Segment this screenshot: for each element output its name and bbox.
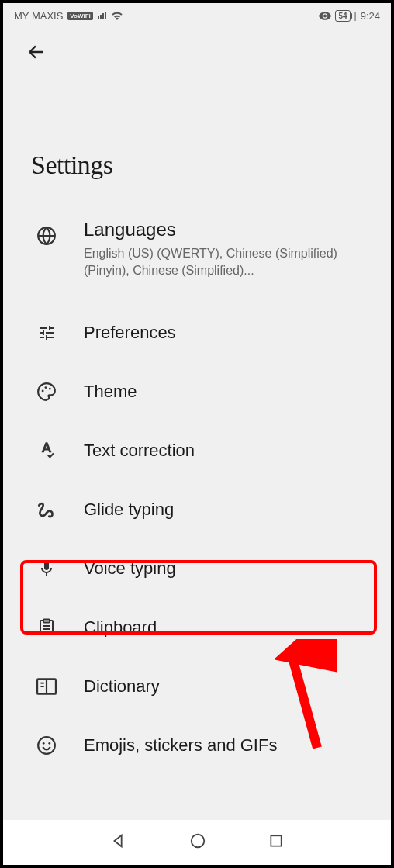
clipboard-icon xyxy=(36,617,57,638)
setting-item-theme[interactable]: Theme xyxy=(3,362,391,421)
svg-point-14 xyxy=(192,835,205,848)
item-label: Languages xyxy=(84,219,375,240)
item-label: Text correction xyxy=(84,441,375,461)
nav-back-button[interactable] xyxy=(110,832,127,852)
svg-point-1 xyxy=(42,389,44,392)
page-title: Settings xyxy=(3,65,391,207)
signal-icon xyxy=(98,12,106,19)
setting-item-voice-typing[interactable]: Voice typing xyxy=(3,539,391,598)
item-label: Clipboard xyxy=(84,617,375,638)
nav-home-button[interactable] xyxy=(189,832,206,852)
vowifi-badge: VoWiFi xyxy=(67,12,92,20)
setting-item-text-correction[interactable]: Text correction xyxy=(3,421,391,480)
book-icon xyxy=(36,676,57,697)
tune-icon xyxy=(36,322,57,344)
back-button[interactable] xyxy=(3,28,391,65)
svg-point-2 xyxy=(45,386,47,389)
clock-label: 9:24 xyxy=(361,10,380,22)
status-bar: MY MAXIS VoWiFi 54 | 9:24 xyxy=(3,3,391,28)
setting-item-languages[interactable]: Languages English (US) (QWERTY), Chinese… xyxy=(3,207,391,303)
svg-rect-4 xyxy=(43,619,50,622)
item-label: Theme xyxy=(84,382,375,402)
palette-icon xyxy=(36,381,57,403)
eye-icon xyxy=(319,12,331,20)
setting-item-preferences[interactable]: Preferences xyxy=(3,303,391,362)
svg-rect-15 xyxy=(271,835,281,846)
setting-item-clipboard[interactable]: Clipboard xyxy=(3,598,391,657)
svg-point-3 xyxy=(49,388,51,390)
setting-item-emojis[interactable]: Emojis, stickers and GIFs xyxy=(3,716,391,775)
android-nav-bar xyxy=(3,820,391,865)
mic-icon xyxy=(36,558,57,579)
setting-item-glide-typing[interactable]: Glide typing xyxy=(3,480,391,539)
settings-list: Languages English (US) (QWERTY), Chinese… xyxy=(3,207,391,775)
emoji-icon xyxy=(36,735,57,756)
item-label: Voice typing xyxy=(84,558,375,579)
spellcheck-icon xyxy=(36,440,57,462)
item-subtitle: English (US) (QWERTY), Chinese (Simplifi… xyxy=(84,245,375,280)
svg-point-11 xyxy=(48,742,50,745)
svg-point-10 xyxy=(43,742,45,745)
arrow-left-icon xyxy=(26,42,47,62)
gesture-icon xyxy=(36,499,57,520)
svg-point-9 xyxy=(38,737,55,754)
globe-icon xyxy=(36,225,57,247)
carrier-label: MY MAXIS xyxy=(14,10,63,22)
item-label: Glide typing xyxy=(84,500,375,520)
wifi-icon xyxy=(111,11,123,20)
battery-indicator: 54 xyxy=(335,10,350,22)
nav-recent-button[interactable] xyxy=(268,833,284,852)
item-label: Emojis, stickers and GIFs xyxy=(84,735,375,756)
setting-item-dictionary[interactable]: Dictionary xyxy=(3,657,391,716)
item-label: Preferences xyxy=(84,323,375,343)
item-label: Dictionary xyxy=(84,676,375,697)
